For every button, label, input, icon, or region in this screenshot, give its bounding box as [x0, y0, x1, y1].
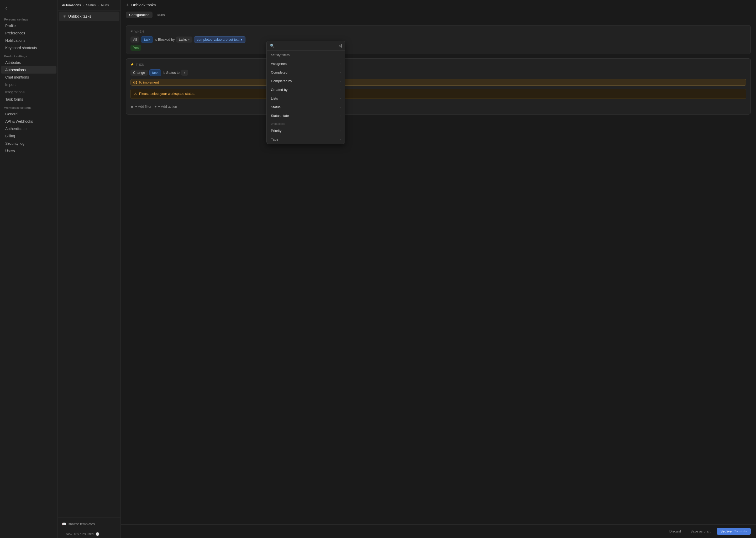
chevron-right-icon2: ›: [340, 71, 341, 74]
satisfy-filters-label: satisfy filters...: [271, 53, 292, 57]
status-tag-row: ⊘ To implement: [130, 79, 746, 86]
chevron-down-icon: ▾: [188, 37, 190, 41]
plus-icon2: +: [155, 105, 157, 108]
tab-separator: ·: [83, 3, 84, 7]
dropdown-item-completed[interactable]: Completed ›: [267, 68, 345, 77]
blocked-by-text: 's Blocked by: [155, 37, 174, 41]
priority-label: Priority: [271, 129, 281, 133]
chevron-right-icon: ›: [340, 62, 341, 66]
sidebar-item-import[interactable]: Import: [1, 81, 57, 88]
dropdown-item-status[interactable]: Status ›: [267, 103, 345, 111]
chevron-right-icon4: ›: [340, 88, 341, 92]
sidebar-item-authentication[interactable]: Authentication: [1, 125, 57, 133]
middle-footer: 📖 Browse templates: [58, 517, 120, 530]
main-footer: Discard Save as draft Set live Cmd+Enter: [121, 524, 756, 538]
middle-panel: Automations · Status · Runs ✳ Unblock ta…: [58, 0, 121, 538]
browse-templates-label: Browse templates: [68, 522, 95, 526]
sidebar-item-integrations[interactable]: Integrations: [1, 88, 57, 96]
tags-label: Tags: [271, 137, 278, 141]
sidebar-item-task-forms[interactable]: Task forms: [1, 96, 57, 103]
tab-runs[interactable]: Runs: [154, 12, 168, 18]
then-label: ⚡ Then: [130, 63, 746, 66]
yes-badge: Yes: [130, 45, 141, 51]
tab-automations-middle[interactable]: Automations: [62, 3, 81, 7]
sidebar-item-chat-mentions[interactable]: Chat mentions: [1, 74, 57, 81]
tab-separator2: ·: [98, 3, 99, 7]
tasks-pill[interactable]: tasks ▾: [176, 36, 192, 42]
tab-configuration[interactable]: Configuration: [126, 12, 153, 18]
when-label: ✳ When: [130, 30, 746, 33]
browse-templates-button[interactable]: 📖 Browse templates: [62, 522, 116, 526]
filter-dropdown: 🔍 satisfy filters... Assignees › Complet…: [266, 41, 345, 144]
assignees-label: Assignees: [271, 62, 287, 66]
title-icon: ✳: [126, 3, 129, 7]
task-pill[interactable]: task: [141, 36, 153, 43]
sidebar-item-attributes[interactable]: Attributes: [1, 59, 57, 66]
dropdown-close-button[interactable]: ✕: [338, 43, 343, 49]
new-label[interactable]: New: [66, 532, 72, 536]
filter-icon: ⚌: [130, 105, 134, 108]
task-pill-then[interactable]: task: [149, 69, 162, 76]
add-filter-button[interactable]: ⚌ + Add filter: [130, 103, 152, 110]
then-block: ⚡ Then Change task 's Status to ▾ ⊘ To i…: [126, 58, 751, 115]
set-live-label: Set live: [721, 529, 732, 533]
warning-icon: ⚠: [134, 92, 137, 96]
save-draft-button[interactable]: Save as draft: [687, 528, 714, 535]
when-text: When: [135, 30, 144, 33]
dropdown-item-completed-by[interactable]: Completed by ›: [267, 77, 345, 85]
book-icon: 📖: [62, 522, 66, 526]
add-action-button[interactable]: + + Add action: [155, 103, 177, 110]
then-icon: ⚡: [130, 63, 134, 66]
status-label: Status: [271, 105, 281, 109]
created-by-label: Created by: [271, 88, 288, 92]
dropdown-item-status-state[interactable]: Status state ›: [267, 111, 345, 120]
completed-by-label: Completed by: [271, 79, 292, 83]
automation-item-unblock-tasks[interactable]: ✳ Unblock tasks: [59, 12, 119, 21]
dropdown-item-created-by[interactable]: Created by ›: [267, 85, 345, 94]
sidebar-item-profile[interactable]: Profile: [1, 22, 57, 29]
all-pill[interactable]: All: [130, 36, 139, 42]
back-button[interactable]: [0, 4, 58, 15]
sidebar-item-automations[interactable]: Automations: [1, 66, 57, 74]
chevron-right-icon7: ›: [340, 114, 341, 118]
workspace-settings-label: Workspace settings: [0, 103, 58, 110]
sidebar-item-notifications[interactable]: Notifications: [1, 37, 57, 44]
set-live-button[interactable]: Set live Cmd+Enter: [717, 528, 751, 535]
then-text: Then: [136, 63, 144, 66]
tasks-label: tasks: [179, 37, 187, 41]
tab-status-middle[interactable]: Status: [86, 3, 96, 7]
search-icon: 🔍: [270, 44, 274, 48]
when-block: ✳ When All task 's Blocked by tasks ▾ co…: [126, 25, 751, 54]
warning-row: ⚠ Please select your workspace status.: [130, 89, 746, 99]
dropdown-item-tags[interactable]: Tags ›: [267, 135, 345, 144]
satisfy-filters-item[interactable]: satisfy filters...: [267, 51, 345, 59]
dropdown-item-priority[interactable]: Priority ›: [267, 126, 345, 135]
condition-row: All task 's Blocked by tasks ▾ completed…: [130, 36, 746, 43]
set-live-shortcut: Cmd+Enter: [734, 530, 747, 533]
sidebar-item-api-webhooks[interactable]: API & Webhooks: [1, 118, 57, 125]
product-settings-label: Product settings: [0, 51, 58, 59]
sidebar-item-users[interactable]: Users: [1, 147, 57, 154]
tab-runs-middle[interactable]: Runs: [101, 3, 109, 7]
sidebar-item-preferences[interactable]: Preferences: [1, 29, 57, 37]
discard-button[interactable]: Discard: [666, 528, 684, 535]
dropdown-item-lists[interactable]: Lists ›: [267, 94, 345, 103]
plus-icon: +: [62, 532, 64, 536]
change-pill: Change: [130, 70, 148, 76]
page-title: Unblock tasks: [131, 3, 156, 7]
status-to-text: 's Status to: [163, 71, 179, 75]
dropdown-item-assignees[interactable]: Assignees ›: [267, 59, 345, 68]
chevron-right-icon5: ›: [340, 96, 341, 100]
chevron-right-icon8: ›: [340, 129, 341, 133]
chevron-right-icon3: ›: [340, 79, 341, 83]
dropdown-search-input[interactable]: [276, 44, 339, 48]
completed-value-dropdown[interactable]: completed value are set to... ▾: [194, 36, 246, 43]
back-icon: [4, 6, 8, 11]
sidebar-item-keyboard-shortcuts[interactable]: Keyboard shortcuts: [1, 44, 57, 51]
status-tag[interactable]: ⊘ To implement: [130, 79, 746, 86]
status-dropdown[interactable]: ▾: [181, 70, 188, 76]
sidebar-item-security-log[interactable]: Security log: [1, 140, 57, 147]
sidebar-item-general[interactable]: General: [1, 110, 57, 118]
sidebar-item-billing[interactable]: Billing: [1, 133, 57, 140]
middle-header: Automations · Status · Runs: [58, 0, 120, 11]
